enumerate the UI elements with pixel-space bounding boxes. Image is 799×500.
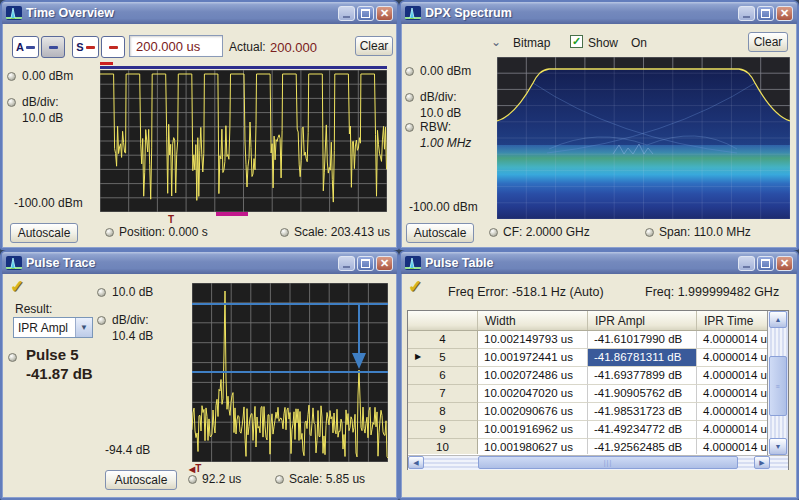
scroll-right-button[interactable]: ▶ [754, 456, 770, 469]
row-number-cell[interactable]: 6 [408, 367, 478, 385]
dpx-spectrum-plot[interactable] [497, 57, 790, 219]
top-ref-knob-icon[interactable] [97, 288, 106, 297]
analysis-time-bar[interactable] [100, 66, 387, 69]
column-header-index[interactable] [408, 311, 478, 330]
position-knob-icon[interactable] [105, 228, 114, 237]
scroll-up-button[interactable]: ▲ [769, 311, 787, 328]
width-cell[interactable]: 10.001916962 us [478, 421, 588, 439]
horizontal-scrollbar[interactable]: ◀ ||| ▶ [408, 455, 788, 470]
close-button[interactable]: ✕ [376, 6, 393, 21]
span-field[interactable]: Span: 110.0 MHz [659, 225, 751, 239]
maximize-button[interactable] [757, 256, 774, 271]
close-button[interactable]: ✕ [776, 6, 793, 21]
close-button[interactable]: ✕ [376, 256, 393, 271]
top-ref-knob-icon[interactable] [7, 72, 16, 81]
ipr-time-cell[interactable]: 4.0000014 u [697, 385, 768, 403]
width-cell[interactable]: 10.002090676 us [478, 403, 588, 421]
x-start-value[interactable]: 92.2 us [202, 472, 241, 486]
rbw-knob-icon[interactable] [405, 123, 414, 132]
analysis-manual-button[interactable] [41, 36, 65, 58]
vertical-scrollbar[interactable]: ▲ ≡ ▼ [767, 311, 788, 455]
width-cell[interactable]: 10.002072486 us [478, 367, 588, 385]
column-header-width[interactable]: Width [478, 311, 588, 330]
maximize-button[interactable] [357, 6, 374, 21]
combo-arrow-icon[interactable]: ▼ [75, 318, 92, 337]
minimize-button[interactable] [338, 6, 355, 21]
cf-knob-icon[interactable] [489, 228, 498, 237]
result-dropdown[interactable]: IPR Ampl ▼ [13, 317, 93, 338]
autoscale-button[interactable]: Autoscale [105, 470, 177, 490]
spectrum-manual-button[interactable] [101, 36, 125, 58]
table-row[interactable]: 710.002047020 us-41.90905762 dB4.0000014… [408, 385, 768, 403]
table-row[interactable]: 410.002149793 us-41.61017990 dB4.0000014… [408, 331, 768, 349]
width-cell[interactable]: 10.001980627 us [478, 439, 588, 454]
table-row[interactable]: 610.002072486 us-41.69377899 dB4.0000014… [408, 367, 768, 385]
ipr-time-cell[interactable]: 4.0000014 u [697, 421, 768, 439]
analysis-length-input[interactable]: 200.000 us [129, 35, 223, 57]
scale-field[interactable]: Scale: 5.85 us [289, 472, 365, 486]
maximize-button[interactable] [757, 6, 774, 21]
ipr-ampl-cell[interactable]: -41.86781311 dB [588, 349, 697, 367]
scroll-down-button[interactable]: ▼ [769, 438, 787, 455]
ipr-ampl-cell[interactable]: -41.90905762 dB [588, 385, 697, 403]
time-overview-plot[interactable] [100, 70, 387, 212]
width-cell[interactable]: 10.002047020 us [478, 385, 588, 403]
table-row[interactable]: 810.002090676 us-41.98531723 dB4.0000014… [408, 403, 768, 421]
minimize-button[interactable] [738, 256, 755, 271]
titlebar-time-overview[interactable]: Time Overview ✕ [2, 2, 397, 24]
ipr-time-cell[interactable]: 4.0000014 u [697, 439, 768, 454]
width-cell[interactable]: 10.001972441 us [478, 349, 588, 367]
minimize-button[interactable] [738, 6, 755, 21]
pulse-select-knob-icon[interactable] [8, 353, 17, 362]
scale-knob-icon[interactable] [280, 228, 289, 237]
clear-button[interactable]: Clear [355, 36, 393, 56]
close-button[interactable]: ✕ [776, 256, 793, 271]
titlebar-pulse-trace[interactable]: Pulse Trace ✕ [2, 252, 397, 274]
db-div-knob-icon[interactable] [7, 98, 16, 107]
vertical-scroll-thumb[interactable]: ≡ [769, 356, 787, 416]
x-position-knob-icon[interactable] [188, 475, 197, 484]
ipr-ampl-cell[interactable]: -41.69377899 dB [588, 367, 697, 385]
analysis-auto-button[interactable]: A [12, 36, 39, 58]
width-cell[interactable]: 10.002149793 us [478, 331, 588, 349]
spectrum-auto-button[interactable]: S [72, 36, 99, 58]
row-number-cell[interactable]: ▶5 [408, 349, 478, 367]
autoscale-button[interactable]: Autoscale [10, 223, 78, 243]
chevron-down-icon[interactable]: ⌄ [491, 36, 501, 48]
horizontal-scroll-thumb[interactable]: ||| [478, 456, 738, 469]
table-row[interactable]: 1010.001980627 us-41.92562485 dB4.000001… [408, 439, 768, 454]
row-number-cell[interactable]: 8 [408, 403, 478, 421]
minimize-button[interactable] [338, 256, 355, 271]
maximize-button[interactable] [357, 256, 374, 271]
table-row[interactable]: 910.001916962 us-41.49234772 dB4.0000014… [408, 421, 768, 439]
cf-field[interactable]: CF: 2.0000 GHz [503, 225, 590, 239]
table-row[interactable]: ▶510.001972441 us-41.86781311 dB4.000001… [408, 349, 768, 367]
column-header-ipr-ampl[interactable]: IPR Ampl [588, 311, 697, 330]
ipr-ampl-cell[interactable]: -41.92562485 dB [588, 439, 697, 454]
ipr-ampl-cell[interactable]: -41.98531723 dB [588, 403, 697, 421]
row-number-cell[interactable]: 9 [408, 421, 478, 439]
row-number-cell[interactable]: 10 [408, 439, 478, 454]
titlebar-pulse-table[interactable]: Pulse Table ✕ [401, 252, 797, 274]
ipr-time-cell[interactable]: 4.0000014 u [697, 403, 768, 421]
ipr-ampl-cell[interactable]: -41.49234772 dB [588, 421, 697, 439]
scale-field[interactable]: Scale: 203.413 us [294, 225, 390, 239]
ipr-time-cell[interactable]: 4.0000014 u [697, 349, 768, 367]
position-field[interactable]: Position: 0.000 s [119, 225, 208, 239]
column-header-ipr-time[interactable]: IPR Time [697, 311, 768, 330]
db-div-knob-icon[interactable] [405, 93, 414, 102]
analysis-region-marker[interactable] [216, 212, 248, 216]
clear-button[interactable]: Clear [748, 32, 788, 52]
span-knob-icon[interactable] [645, 228, 654, 237]
autoscale-button[interactable]: Autoscale [406, 223, 474, 243]
show-checkbox[interactable]: ✓ [570, 35, 583, 48]
top-ref-knob-icon[interactable] [405, 67, 414, 76]
trace-type-label[interactable]: Bitmap [513, 36, 550, 50]
scale-knob-icon[interactable] [275, 475, 284, 484]
titlebar-dpx-spectrum[interactable]: DPX Spectrum ✕ [401, 2, 797, 24]
row-number-cell[interactable]: 4 [408, 331, 478, 349]
ipr-time-cell[interactable]: 4.0000014 u [697, 367, 768, 385]
row-number-cell[interactable]: 7 [408, 385, 478, 403]
db-div-knob-icon[interactable] [97, 316, 106, 325]
pulse-trace-plot[interactable] [192, 283, 388, 462]
